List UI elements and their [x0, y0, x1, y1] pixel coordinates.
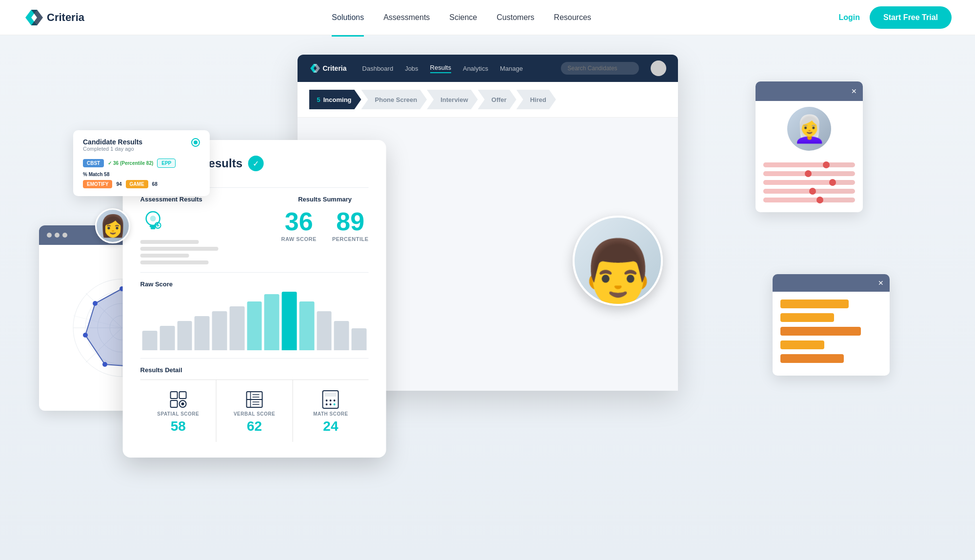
badge-game: GAME	[126, 180, 148, 188]
small-candidate-card: Candidate Results Completed 1 day ago CB…	[73, 130, 210, 196]
horiz-bar	[780, 340, 824, 349]
verbal-score-label: VERBAL SCORE	[234, 411, 275, 417]
svg-point-47	[334, 403, 336, 405]
navbar-actions: Login Start Free Trial	[838, 6, 952, 29]
trial-button[interactable]: Start Free Trial	[870, 6, 952, 29]
top-right-card-header: ✕	[756, 81, 863, 101]
slider-track[interactable]	[763, 189, 855, 194]
phone-step-shape: Phone Screen	[361, 90, 427, 109]
hired-step-shape: Hired	[517, 90, 556, 109]
nav-science[interactable]: Science	[449, 11, 477, 24]
logo-text: Criteria	[47, 11, 84, 24]
close-button-2[interactable]: ✕	[878, 279, 884, 287]
raw-score-label: RAW SCORE	[281, 236, 317, 242]
avatar-female: 👩	[95, 208, 130, 243]
results-summary: Results Summary 36 RAW SCORE 89 PERCENTI…	[281, 196, 369, 242]
male-silhouette: 👨	[578, 240, 657, 304]
nav-solutions[interactable]: Solutions	[332, 11, 364, 24]
percentile-label: PERCENTILE	[332, 236, 369, 242]
step-label: Incoming	[323, 96, 352, 103]
small-card-title: Candidate Results	[83, 138, 142, 146]
female-silhouette: 👩	[99, 213, 126, 239]
slider-row	[763, 162, 855, 167]
step-interview[interactable]: Interview	[427, 90, 478, 109]
svg-point-32	[181, 402, 184, 405]
bar-chart-section: Raw Score	[140, 280, 369, 350]
score-line	[140, 240, 199, 244]
bar-chart-bar	[317, 311, 332, 350]
raw-score-section-label: Raw Score	[140, 280, 369, 288]
score-line	[140, 247, 219, 251]
spatial-score-label: SPATIAL SCORE	[157, 411, 199, 417]
step-incoming[interactable]: 5 Incoming	[309, 90, 361, 109]
svg-rect-41	[325, 393, 337, 397]
results-summary-label: Results Summary	[281, 196, 369, 203]
svg-point-46	[330, 403, 332, 405]
results-two-col: Assessment Results	[140, 196, 369, 264]
pipeline: 5 Incoming Phone Screen Interview Offer …	[298, 82, 678, 118]
divider-3	[140, 358, 369, 359]
app-nav-jobs[interactable]: Jobs	[405, 65, 418, 72]
big-scores: 36 RAW SCORE 89 PERCENTILE	[281, 209, 369, 242]
divider-2	[140, 272, 369, 273]
bottom-right-card: ✕	[773, 274, 890, 376]
cbst-score: ✓ 36 (Percentile 82)	[108, 160, 153, 166]
slider-track[interactable]	[763, 162, 855, 167]
step-hired[interactable]: Hired	[517, 90, 556, 109]
svg-point-44	[334, 400, 336, 401]
slider-track[interactable]	[763, 171, 855, 176]
slider-thumb	[805, 170, 812, 177]
badge-cbst: CBST	[83, 159, 104, 167]
score-line	[140, 254, 189, 258]
nav-assessments[interactable]: Assessments	[383, 11, 430, 24]
svg-rect-30	[170, 400, 177, 407]
login-button[interactable]: Login	[838, 13, 860, 22]
app-nav-results[interactable]: Results	[430, 64, 451, 73]
badge-epp: EPP	[157, 159, 176, 168]
nav-customers[interactable]: Customers	[497, 11, 534, 24]
score-line	[140, 260, 209, 264]
horizontal-bars	[773, 292, 890, 376]
slider-track[interactable]	[763, 198, 855, 202]
horiz-bar-row	[780, 340, 882, 349]
bar-chart-bar	[212, 311, 227, 350]
math-score-value: 24	[323, 419, 338, 434]
results-detail-section: Results Detail SPATIAL SCORE 58	[140, 366, 369, 442]
svg-point-24	[150, 216, 156, 221]
close-button[interactable]: ✕	[851, 87, 857, 95]
assessment-results-label: Assessment Results	[140, 196, 272, 203]
horiz-bar-row	[780, 327, 882, 336]
slider-thumb	[829, 179, 836, 186]
slider-thumb	[816, 197, 823, 203]
app-nav-dashboard[interactable]: Dashboard	[362, 65, 394, 72]
logo[interactable]: Criteria	[23, 8, 84, 27]
horiz-bar	[780, 300, 849, 308]
top-right-card: ✕ 👩‍🦳	[756, 81, 863, 212]
bar-chart-bar	[299, 301, 314, 350]
main-nav: Solutions Assessments Science Customers …	[332, 11, 591, 24]
bar-chart-bar	[352, 328, 367, 350]
math-score-item: MATH SCORE 24	[293, 380, 368, 442]
slider-track[interactable]	[763, 180, 855, 185]
slider-bars	[756, 157, 863, 212]
app-nav-manage[interactable]: Manage	[500, 65, 523, 72]
step-phone[interactable]: Phone Screen	[361, 90, 427, 109]
verbal-score-item: VERBAL SCORE 62	[217, 380, 293, 442]
horiz-bar-row	[780, 313, 882, 322]
portrait-female-older: 👩‍🦳	[787, 107, 831, 151]
svg-rect-29	[179, 392, 186, 399]
app-nav-analytics[interactable]: Analytics	[463, 65, 488, 72]
bottom-card-header: ✕	[773, 274, 890, 292]
bar-chart-bar	[177, 321, 192, 350]
search-input[interactable]	[561, 62, 639, 75]
percentile-score: 89 PERCENTILE	[332, 209, 369, 242]
bar-chart-bar	[282, 292, 297, 350]
score-lines	[140, 240, 272, 264]
step-offer[interactable]: Offer	[478, 90, 517, 109]
slider-row	[763, 198, 855, 202]
horiz-bar	[780, 354, 844, 363]
slider-thumb	[823, 161, 830, 168]
horiz-bar-row	[780, 354, 882, 363]
nav-resources[interactable]: Resources	[554, 11, 591, 24]
horiz-bar	[780, 313, 834, 322]
